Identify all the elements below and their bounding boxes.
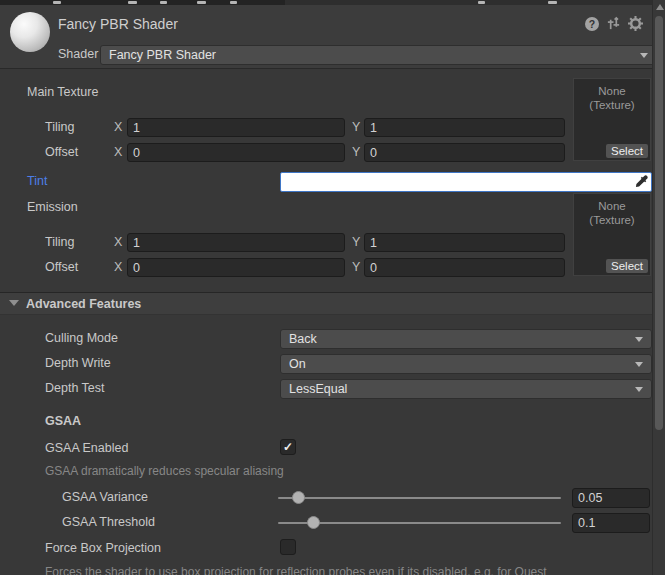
shader-dropdown[interactable]: Fancy PBR Shader xyxy=(100,45,657,65)
foldout-arrow-icon xyxy=(9,300,19,306)
offset-y-label: Y xyxy=(352,260,360,274)
gsaa-enabled-label: GSAA Enabled xyxy=(45,441,128,455)
gsaa-variance-label: GSAA Variance xyxy=(62,490,148,504)
scrollbar[interactable] xyxy=(652,0,665,575)
gsaa-threshold-label: GSAA Threshold xyxy=(62,515,155,529)
tab-text-fragment xyxy=(478,1,485,4)
tab-text-fragment xyxy=(53,1,61,4)
tint-label: Tint xyxy=(27,174,47,188)
gsaa-help-text: GSAA dramatically reduces specular alias… xyxy=(45,464,284,478)
tiling-x-label: X xyxy=(114,235,122,249)
emission-tiling-x-input[interactable]: 1 xyxy=(127,233,345,252)
offset-label: Offset xyxy=(45,145,78,159)
emission-offset-y-input[interactable]: 0 xyxy=(364,258,565,277)
help-icon[interactable]: ? xyxy=(585,17,599,31)
culling-mode-dropdown[interactable]: Back xyxy=(280,329,652,349)
gsaa-variance-slider[interactable] xyxy=(278,497,561,499)
advanced-features-title: Advanced Features xyxy=(26,297,141,311)
gsaa-section-title: GSAA xyxy=(45,414,81,428)
tab-text-fragment xyxy=(548,1,557,4)
offset-x-label: X xyxy=(114,260,122,274)
gear-icon[interactable] xyxy=(628,16,643,31)
texture-none-text: None (Texture) xyxy=(574,199,650,227)
check-icon: ✓ xyxy=(283,441,293,453)
texture-select-button[interactable]: Select xyxy=(606,259,648,273)
culling-mode-label: Culling Mode xyxy=(45,331,118,345)
main-tiling-x-input[interactable]: 1 xyxy=(127,118,345,137)
main-texture-slot[interactable]: None (Texture) Select xyxy=(573,78,651,161)
slider-thumb[interactable] xyxy=(307,516,320,529)
main-offset-x-input[interactable]: 0 xyxy=(127,143,345,162)
presets-icon[interactable] xyxy=(606,16,621,31)
tiling-x-label: X xyxy=(114,120,122,134)
chevron-down-icon xyxy=(635,362,643,367)
tiling-y-label: Y xyxy=(352,235,360,249)
material-title: Fancy PBR Shader xyxy=(58,16,178,32)
force-box-projection-checkbox[interactable] xyxy=(280,539,296,555)
depth-write-dropdown[interactable]: On xyxy=(280,354,652,374)
gsaa-threshold-slider[interactable] xyxy=(278,522,561,524)
main-offset-y-input[interactable]: 0 xyxy=(364,143,565,162)
texture-select-button[interactable]: Select xyxy=(606,144,648,158)
emission-tiling-y-input[interactable]: 1 xyxy=(364,233,565,252)
offset-y-label: Y xyxy=(352,145,360,159)
scroll-up-icon[interactable] xyxy=(656,4,664,10)
slider-thumb[interactable] xyxy=(292,491,305,504)
eyedropper-icon[interactable] xyxy=(635,175,648,191)
gsaa-enabled-checkbox[interactable]: ✓ xyxy=(280,439,296,455)
tab-text-fragment xyxy=(128,1,137,4)
tiling-label: Tiling xyxy=(45,235,74,249)
scrollbar-thumb[interactable] xyxy=(655,16,663,430)
emission-offset-x-input[interactable]: 0 xyxy=(127,258,345,277)
shader-dropdown-value: Fancy PBR Shader xyxy=(109,48,634,62)
chevron-down-icon xyxy=(640,53,648,58)
chevron-down-icon xyxy=(635,337,643,342)
tab-text-fragment xyxy=(230,1,237,4)
chevron-down-icon xyxy=(635,387,643,392)
gsaa-threshold-input[interactable]: 0.1 xyxy=(572,513,650,533)
tiling-label: Tiling xyxy=(45,120,74,134)
gsaa-variance-input[interactable]: 0.05 xyxy=(572,488,650,508)
tab-text-fragment xyxy=(160,1,167,4)
material-header: Fancy PBR Shader ? xyxy=(0,5,665,69)
shader-label: Shader xyxy=(58,47,98,61)
depth-test-dropdown[interactable]: LessEqual xyxy=(280,379,652,399)
tint-color-field[interactable] xyxy=(280,172,652,192)
force-box-help-text: Forces the shader to use box projection … xyxy=(45,565,547,575)
force-box-projection-label: Force Box Projection xyxy=(45,541,161,555)
emission-texture-slot[interactable]: None (Texture) Select xyxy=(573,193,651,276)
depth-write-label: Depth Write xyxy=(45,356,111,370)
main-tiling-y-input[interactable]: 1 xyxy=(364,118,565,137)
material-preview-sphere[interactable] xyxy=(10,12,50,52)
depth-test-label: Depth Test xyxy=(45,381,105,395)
advanced-features-foldout[interactable]: Advanced Features xyxy=(0,292,665,315)
texture-none-text: None (Texture) xyxy=(574,84,650,112)
tab-text-fragment xyxy=(197,1,206,4)
emission-label: Emission xyxy=(27,200,78,214)
offset-label: Offset xyxy=(45,260,78,274)
tiling-y-label: Y xyxy=(352,120,360,134)
material-inspector: Fancy PBR Shader ? xyxy=(0,0,665,575)
main-texture-label: Main Texture xyxy=(27,85,98,99)
offset-x-label: X xyxy=(114,145,122,159)
